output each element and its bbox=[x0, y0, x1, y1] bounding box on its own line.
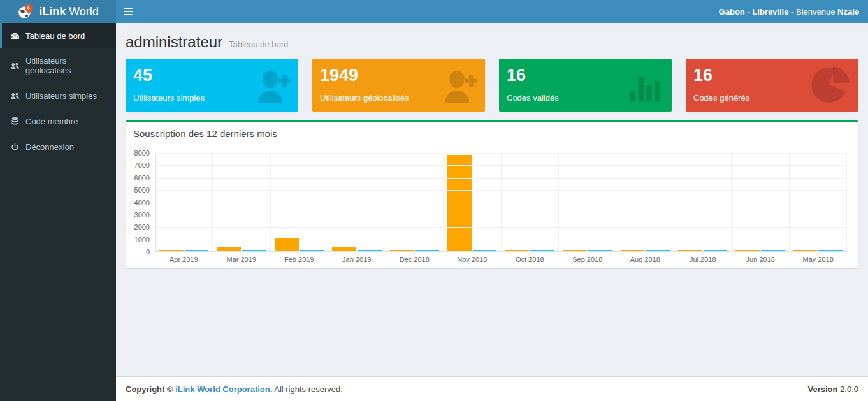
chart-title: Souscription des 12 derniers mois bbox=[126, 122, 858, 145]
sidebar-item-utilisateurs-g-olocalis-s[interactable]: Utilisateurs géolocalisés bbox=[0, 48, 116, 83]
gridline bbox=[156, 240, 847, 240]
x-tick-label: Oct 2018 bbox=[501, 256, 559, 263]
chart-x-axis: Apr 2019Mar 2019Feb 2019Jan 2019Dec 2018… bbox=[155, 252, 847, 263]
y-tick-label: 3000 bbox=[134, 211, 150, 219]
greeting-country: Gabon bbox=[719, 7, 745, 17]
users-icon bbox=[10, 61, 20, 71]
bar-souscriptions-cyan bbox=[358, 250, 382, 251]
users-icon bbox=[10, 91, 20, 101]
subscriptions-chart-box: Souscription des 12 derniers mois 010002… bbox=[126, 120, 858, 268]
page-footer: Copyright © iLink World Corporation. All… bbox=[116, 376, 868, 401]
stat-cards-row: 45 Utilisateurs simples 1949 Utilisateur… bbox=[122, 59, 862, 112]
sidebar-item-tableau-de-bord[interactable]: Tableau de bord bbox=[0, 23, 116, 48]
power-icon bbox=[10, 142, 20, 152]
version-text: Version 2.0.0 bbox=[808, 384, 859, 394]
bar-souscriptions-cyan bbox=[530, 250, 554, 251]
y-tick-label: 4000 bbox=[134, 199, 150, 207]
bar-souscriptions-orange bbox=[735, 250, 760, 251]
bar-souscriptions-cyan bbox=[300, 250, 324, 251]
x-tick-label: Feb 2019 bbox=[270, 256, 328, 263]
sidebar-item-label: Code membre bbox=[25, 117, 78, 126]
x-tick-label: Sep 2018 bbox=[559, 256, 617, 263]
sidebar-item-label: Utilisateurs géolocalisés bbox=[25, 56, 110, 75]
user-plus-icon bbox=[249, 64, 292, 107]
bar-souscriptions-cyan bbox=[704, 250, 728, 251]
page-header: administrateur Tableau de bord bbox=[122, 29, 862, 59]
stat-card: 16 Codes validés bbox=[499, 59, 672, 112]
sidebar-item-utilisateurs-simples[interactable]: Utilisateurs simples bbox=[0, 83, 116, 108]
gridline bbox=[156, 215, 847, 215]
chart-y-axis: 010002000300040005000600070008000 bbox=[128, 152, 155, 254]
y-tick-label: 7000 bbox=[134, 161, 150, 169]
bar-souscriptions-cyan bbox=[818, 250, 843, 251]
gridline bbox=[156, 153, 847, 154]
bar-souscriptions-orange bbox=[678, 250, 702, 251]
y-tick-label: 6000 bbox=[134, 174, 150, 182]
copyright-text: Copyright © iLink World Corporation. All… bbox=[126, 384, 343, 394]
bar-souscriptions-cyan bbox=[588, 250, 612, 251]
x-tick-label: Jan 2019 bbox=[328, 256, 386, 263]
y-tick-label: 8000 bbox=[134, 149, 150, 157]
chart-body: 010002000300040005000600070008000 Apr 20… bbox=[126, 145, 858, 268]
globe-pin-logo-icon: $ bbox=[17, 3, 34, 20]
gridline bbox=[156, 165, 847, 166]
page-title: administrateur bbox=[126, 33, 222, 51]
sidebar-item-label: Tableau de bord bbox=[25, 31, 85, 41]
sidebar-item-label: Déconnexion bbox=[25, 142, 74, 152]
stat-card: 16 Codes générés bbox=[686, 59, 858, 112]
navbar: Gabon - Libreville - Bienvenue Nzale bbox=[116, 0, 868, 23]
stat-card: 45 Utilisateurs simples bbox=[126, 59, 298, 112]
chart-plot-area bbox=[155, 153, 847, 252]
bar-souscriptions-orange bbox=[159, 250, 184, 251]
bar-souscriptions-cyan bbox=[646, 250, 670, 251]
x-tick-label: Nov 2018 bbox=[444, 256, 502, 263]
dashboard-icon bbox=[10, 31, 20, 41]
x-tick-label: Aug 2018 bbox=[616, 256, 674, 263]
bar-souscriptions-cyan bbox=[761, 250, 785, 251]
x-tick-label: Jul 2018 bbox=[674, 256, 732, 263]
bar-souscriptions-cyan bbox=[185, 250, 209, 251]
bar-souscriptions-orange bbox=[275, 238, 299, 251]
bar-chart: 010002000300040005000600070008000 Apr 20… bbox=[128, 152, 851, 263]
user-plus-icon bbox=[435, 64, 479, 107]
bar-souscriptions-orange bbox=[793, 250, 818, 251]
bar-souscriptions-cyan bbox=[415, 250, 439, 251]
database-icon bbox=[10, 116, 20, 126]
user-greeting: Gabon - Libreville - Bienvenue Nzale bbox=[719, 7, 868, 17]
bar-souscriptions-orange bbox=[563, 250, 587, 251]
sidebar-item-code-membre[interactable]: Code membre bbox=[0, 108, 116, 134]
top-header: $ iLink World Gabon - Libreville - Bienv… bbox=[0, 0, 868, 23]
x-tick-label: Apr 2019 bbox=[155, 256, 213, 263]
x-tick-label: Jun 2018 bbox=[732, 256, 790, 263]
greeting-city: Libreville bbox=[752, 7, 788, 17]
main-content: administrateur Tableau de bord 45 Utilis… bbox=[116, 23, 868, 376]
bar-souscriptions-cyan bbox=[473, 250, 497, 251]
bar-souscriptions-orange bbox=[217, 247, 242, 251]
sidebar-item-label: Utilisateurs simples bbox=[25, 91, 97, 101]
bar-souscriptions-orange bbox=[332, 247, 356, 251]
app-logo[interactable]: $ iLink World bbox=[0, 0, 116, 23]
x-tick-label: Dec 2018 bbox=[386, 256, 444, 263]
bar-souscriptions-orange bbox=[390, 250, 414, 251]
svg-text:$: $ bbox=[27, 5, 30, 10]
x-tick-label: May 2018 bbox=[790, 256, 848, 263]
brand-name: iLink World bbox=[39, 5, 99, 18]
sidebar-item-d-connexion[interactable]: Déconnexion bbox=[0, 134, 116, 159]
y-tick-label: 1000 bbox=[134, 236, 150, 244]
gridline bbox=[156, 178, 847, 179]
x-tick-label: Mar 2019 bbox=[213, 256, 271, 263]
gridline bbox=[156, 227, 847, 228]
pie-chart-icon bbox=[809, 64, 852, 107]
bar-souscriptions-orange bbox=[505, 250, 530, 251]
company-link[interactable]: iLink World Corporation. bbox=[175, 384, 272, 394]
stat-card: 1949 Utilisateurs géolocalisés bbox=[312, 59, 485, 112]
bar-souscriptions-cyan bbox=[242, 250, 266, 251]
sidebar-toggle-button[interactable] bbox=[116, 0, 141, 23]
y-tick-label: 2000 bbox=[134, 223, 150, 231]
hamburger-icon bbox=[124, 8, 133, 9]
gridline bbox=[156, 190, 847, 191]
gridline bbox=[156, 203, 847, 203]
greeting-username: Nzale bbox=[837, 7, 859, 17]
sidebar-nav: Tableau de bord Utilisateurs géolocalisé… bbox=[0, 23, 116, 401]
page-subtitle: Tableau de bord bbox=[229, 40, 288, 49]
